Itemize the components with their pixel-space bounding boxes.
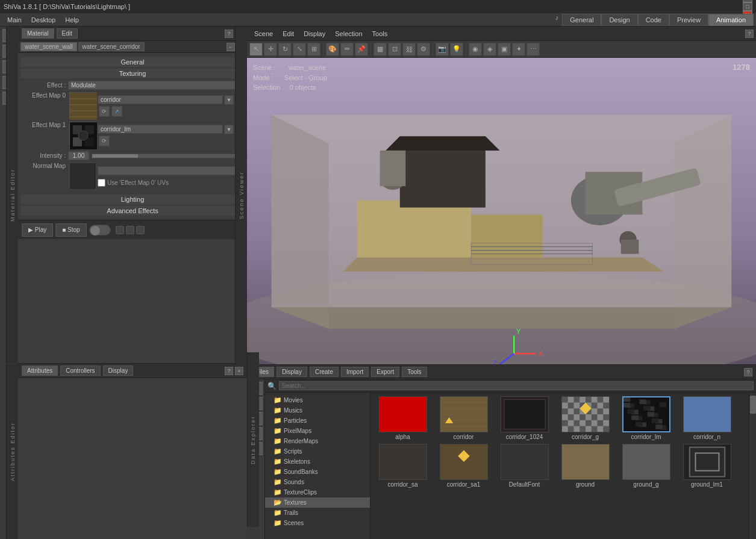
stop-button[interactable]: ■ Stop bbox=[55, 223, 86, 237]
pin-icon[interactable]: 📌 bbox=[355, 43, 368, 56]
shader-icon[interactable]: ✦ bbox=[512, 43, 525, 56]
extra-icon[interactable]: ⋯ bbox=[526, 43, 540, 56]
file-item-corridor_n[interactable]: corridor_n bbox=[678, 396, 736, 440]
intensity-value[interactable]: 1.00 bbox=[68, 151, 89, 160]
scale-icon[interactable]: ⤡ bbox=[293, 43, 306, 56]
attr-help-btn[interactable]: ? bbox=[225, 367, 233, 375]
de-tree: 📁Movies 📁Musics 📁Particles 📁PixelMaps 📁R… bbox=[265, 393, 370, 539]
de-help-btn[interactable]: ? bbox=[744, 368, 752, 376]
tree-movies[interactable]: 📁Movies bbox=[265, 395, 370, 405]
effect-map-0-label: Effect Map 0 bbox=[20, 92, 66, 99]
settings-icon[interactable]: ⚙ bbox=[417, 43, 430, 56]
grid-icon[interactable]: ▦ bbox=[373, 43, 387, 56]
texture-icon[interactable]: ▣ bbox=[498, 43, 511, 56]
arrow-left-btn[interactable]: ← bbox=[226, 43, 235, 51]
de-tab-display[interactable]: Display bbox=[276, 367, 307, 377]
scene-menu-display[interactable]: Display bbox=[299, 29, 330, 39]
menu-help[interactable]: Help bbox=[60, 15, 84, 25]
file-item-alpha[interactable]: alpha bbox=[374, 396, 431, 440]
tree-soundbanks[interactable]: 📁SoundBanks bbox=[265, 467, 370, 477]
snap-icon[interactable]: ⊡ bbox=[388, 43, 401, 56]
tab-general[interactable]: General bbox=[562, 14, 601, 26]
file-item-corridor_sa[interactable]: corridor_sa bbox=[374, 444, 431, 488]
zoom-icon[interactable]: ⊞ bbox=[307, 43, 320, 56]
tab-preview[interactable]: Preview bbox=[669, 14, 708, 26]
file-item-ground_lm1[interactable]: ground_lm1 bbox=[678, 444, 736, 488]
tree-particles[interactable]: 📁Particles bbox=[265, 416, 370, 426]
toggle-switch[interactable] bbox=[89, 225, 111, 235]
effect-map-1-arrow[interactable]: ▼ bbox=[224, 125, 234, 134]
attr-tab-display[interactable]: Display bbox=[103, 366, 134, 376]
tree-textureclips[interactable]: 📁TextureClips bbox=[265, 487, 370, 497]
mat-help-btn[interactable]: ? bbox=[225, 30, 233, 38]
scene-menu-tools[interactable]: Tools bbox=[367, 29, 393, 39]
effect-map-0-reload[interactable]: ⟳ bbox=[99, 106, 110, 117]
effect-map-0-link[interactable]: ↗ bbox=[111, 106, 122, 117]
svg-rect-49 bbox=[504, 400, 545, 429]
de-scrollbar[interactable] bbox=[749, 393, 756, 539]
normal-map-select[interactable]: ▼ bbox=[98, 166, 245, 175]
menu-desktop[interactable]: Desktop bbox=[27, 15, 60, 25]
tree-skeletons[interactable]: 📁Skeletons bbox=[265, 456, 370, 467]
tab-design[interactable]: Design bbox=[601, 14, 637, 26]
attr-tab-attributes[interactable]: Attributes bbox=[22, 366, 58, 376]
tree-textures[interactable]: 📂Textures bbox=[265, 497, 370, 508]
mat-tab-2[interactable]: water_scene_corridor bbox=[78, 42, 145, 51]
mat-tab-material[interactable]: Material bbox=[22, 28, 54, 39]
mat-tab-1[interactable]: water_scene_wall bbox=[20, 42, 77, 51]
tree-rendermaps[interactable]: 📁RenderMaps bbox=[265, 436, 370, 446]
render-icon[interactable]: ◉ bbox=[469, 43, 482, 56]
tab-code[interactable]: Code bbox=[638, 14, 669, 26]
edit2-icon[interactable]: ✏ bbox=[340, 43, 354, 56]
tree-musics[interactable]: 📁Musics bbox=[265, 405, 370, 416]
move-icon[interactable]: ✛ bbox=[264, 43, 277, 56]
file-item-ground_g[interactable]: ground_g bbox=[617, 444, 675, 488]
file-item-corridor_g[interactable]: corridor_g bbox=[557, 396, 614, 440]
maximize-button[interactable]: □ bbox=[743, 2, 752, 11]
intensity-slider[interactable] bbox=[92, 154, 245, 158]
tree-trails[interactable]: 📁Trails bbox=[265, 508, 370, 518]
mat-tab-edit[interactable]: Edit bbox=[57, 28, 78, 39]
file-item-corridor_1024[interactable]: corridor_1024 bbox=[496, 396, 553, 440]
effect-map-0-arrow[interactable]: ▼ bbox=[224, 95, 234, 105]
play-dot-3 bbox=[136, 226, 145, 234]
file-name-alpha: alpha bbox=[395, 434, 410, 440]
rotate-icon[interactable]: ↻ bbox=[278, 43, 292, 56]
tree-scripts[interactable]: 📁Scripts bbox=[265, 446, 370, 456]
de-tab-export[interactable]: Export bbox=[371, 367, 399, 377]
tree-sounds[interactable]: 📁Sounds bbox=[265, 477, 370, 487]
effect-map-0-thumb bbox=[69, 92, 96, 119]
texturing-section: Texturing bbox=[20, 69, 245, 78]
select-icon[interactable]: ↖ bbox=[249, 43, 263, 56]
attr-close-btn[interactable]: × bbox=[235, 367, 243, 375]
search-icon: 🔍 bbox=[267, 382, 276, 390]
file-item-ground[interactable]: ground bbox=[557, 444, 614, 488]
de-tab-tools[interactable]: Tools bbox=[402, 367, 426, 377]
file-item-corridor[interactable]: corridor bbox=[435, 396, 492, 440]
file-item-corridor_lm[interactable]: corridor_lm bbox=[617, 396, 675, 440]
uvs-checkbox[interactable] bbox=[98, 179, 105, 187]
camera-icon[interactable]: 📷 bbox=[436, 43, 449, 56]
material-icon[interactable]: ◈ bbox=[483, 43, 496, 56]
play-button[interactable]: ▶ Play bbox=[22, 223, 53, 237]
light-icon[interactable]: 💡 bbox=[450, 43, 463, 56]
effect-select[interactable]: Modulate ▼ bbox=[68, 81, 245, 90]
scene-menu-edit[interactable]: Edit bbox=[278, 29, 299, 39]
menu-main[interactable]: Main bbox=[2, 15, 27, 25]
file-item-corridor_sa1[interactable]: corridor_sa1 bbox=[435, 444, 492, 488]
scene-help-btn[interactable]: ? bbox=[745, 30, 754, 38]
paint-icon[interactable]: 🎨 bbox=[326, 43, 339, 56]
attr-tab-controllers[interactable]: Controllers bbox=[60, 366, 100, 376]
effect-map-1-reload[interactable]: ⟳ bbox=[99, 136, 110, 146]
link-icon[interactable]: ⛓ bbox=[402, 43, 416, 56]
scene-menu-scene[interactable]: Scene bbox=[249, 29, 278, 39]
de-tab-import[interactable]: Import bbox=[341, 367, 369, 377]
de-tab-create[interactable]: Create bbox=[310, 367, 339, 377]
tree-scenes[interactable]: 📁Scenes bbox=[265, 518, 370, 528]
tab-animation[interactable]: Animation bbox=[708, 14, 754, 26]
scene-menu-selection[interactable]: Selection bbox=[330, 29, 367, 39]
tree-pixelmaps[interactable]: 📁PixelMaps bbox=[265, 426, 370, 436]
de-search-input[interactable] bbox=[279, 381, 754, 390]
svg-rect-67 bbox=[591, 414, 597, 420]
file-item-DefaultFont[interactable]: DefaultFont bbox=[496, 444, 553, 488]
